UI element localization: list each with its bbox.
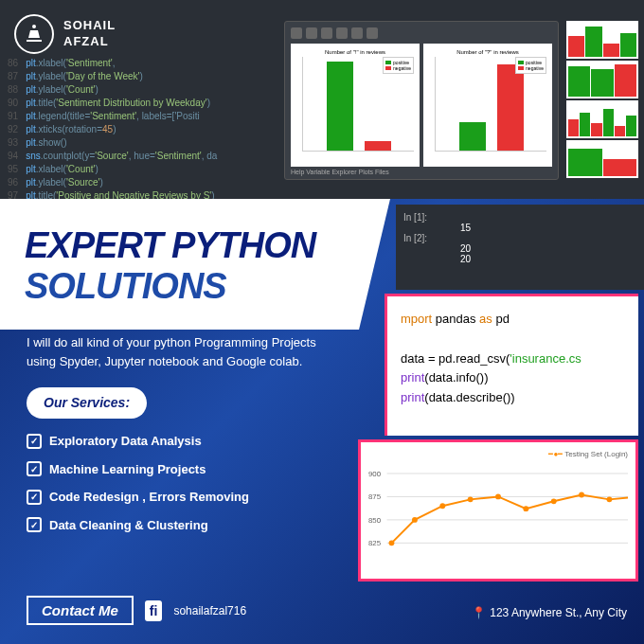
service-item: ✓Data Cleaning & Clustering (27, 516, 349, 535)
services-pill: Our Services: (27, 387, 147, 419)
contact-row: Contact Me fi sohailafzal716 (27, 596, 246, 625)
fiverr-icon: fi (145, 600, 163, 621)
svg-text:900: 900 (368, 470, 382, 478)
svg-point-12 (495, 493, 501, 499)
description-text: I will do all kind of your python Progra… (27, 333, 349, 370)
bar-chart-1: Number of "!" in reviews positivenegativ… (291, 44, 420, 167)
headline-line1: EXPERT PYTHON (25, 225, 366, 266)
check-icon: ✓ (27, 490, 42, 505)
panel-tabs: Help Variable Explorer Plots Files (291, 169, 552, 175)
ipython-console: In [1]: 15 In [2]: 20 20 (396, 205, 644, 290)
headline-card: EXPERT PYTHON SOLUTIONS (0, 199, 390, 330)
check-icon: ✓ (27, 434, 42, 449)
svg-text:850: 850 (368, 516, 382, 525)
plot-toolbar (291, 27, 552, 41)
service-item: ✓Exploratory Data Analysis (27, 432, 349, 451)
check-icon: ✓ (27, 461, 42, 476)
svg-point-14 (551, 498, 557, 504)
svg-point-9 (412, 517, 418, 523)
check-icon: ✓ (27, 517, 42, 532)
code-snippet: mport pandas as pd data = pd.read_csv('i… (385, 294, 638, 436)
pin-icon: 📍 (472, 606, 486, 619)
svg-point-10 (439, 503, 445, 509)
service-item: ✓Code Redesign , Errors Removing (27, 488, 349, 507)
line-chart: ━●━ Testing Set (Login) 900 875 850 825 (358, 439, 638, 581)
username: sohailafzal716 (173, 604, 246, 617)
services-list: ✓Exploratory Data Analysis✓Machine Learn… (27, 432, 349, 534)
bar-chart-2: Number of "?" in reviews positivenegativ… (423, 44, 552, 167)
address: 📍 123 Anywhere St., Any City (472, 606, 627, 619)
service-item: ✓Machine Learning Projects (27, 460, 349, 479)
profile-header: SOHAILAFZAL (14, 14, 116, 54)
svg-point-11 (468, 496, 474, 502)
svg-text:825: 825 (368, 539, 382, 547)
description-block: I will do all kind of your python Progra… (27, 333, 349, 544)
ide-plot-panel: Number of "!" in reviews positivenegativ… (284, 21, 559, 180)
svg-point-13 (523, 506, 528, 511)
svg-text:875: 875 (368, 492, 382, 501)
svg-point-15 (579, 492, 584, 498)
svg-point-16 (606, 496, 612, 502)
profile-name: SOHAILAFZAL (63, 18, 116, 50)
headline-line2: SOLUTIONS (25, 266, 366, 307)
thumbnail-charts (566, 21, 638, 178)
contact-button[interactable]: Contact Me (27, 596, 134, 625)
avatar-icon (14, 14, 54, 54)
svg-point-8 (389, 540, 395, 546)
